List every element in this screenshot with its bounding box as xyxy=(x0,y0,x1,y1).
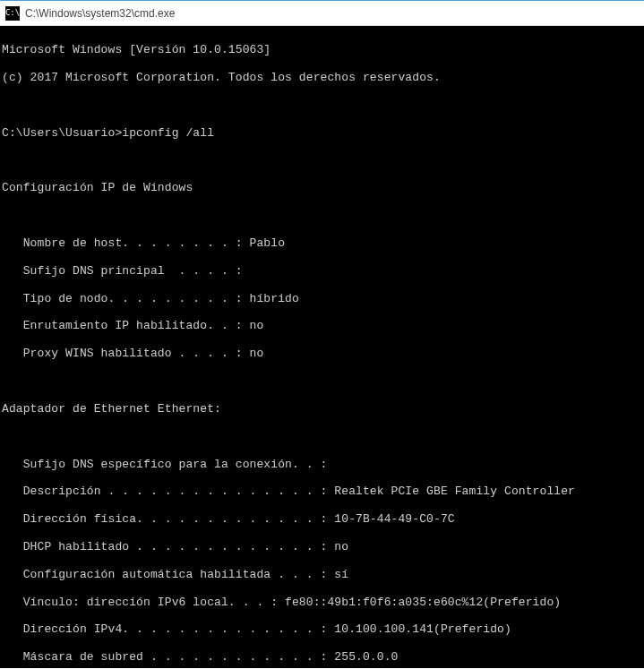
section-windows-ip: Configuración IP de Windows xyxy=(2,181,642,194)
eth-description: Descripción . . . . . . . . . . . . . . … xyxy=(2,485,642,498)
blank-line xyxy=(2,430,642,443)
cmd-icon-glyph: C:\ xyxy=(5,9,20,17)
banner-line1: Microsoft Windows [Versión 10.0.15063] xyxy=(2,43,642,56)
section-ethernet: Adaptador de Ethernet Ethernet: xyxy=(2,402,642,416)
eth-mask-a: Máscara de subred . . . . . . . . . . . … xyxy=(2,650,642,664)
banner-line2: (c) 2017 Microsoft Corporation. Todos lo… xyxy=(2,71,642,84)
dns-suffix-line: Sufijo DNS principal . . . . : xyxy=(2,264,642,278)
wins-proxy-line: Proxy WINS habilitado . . . . : no xyxy=(2,347,642,360)
blank-line xyxy=(2,209,642,222)
node-type-line: Tipo de nodo. . . . . . . . . : híbrido xyxy=(2,292,642,305)
console-output[interactable]: Microsoft Windows [Versión 10.0.15063] (… xyxy=(0,26,644,668)
hostname-line: Nombre de host. . . . . . . . : Pablo xyxy=(2,236,642,250)
window-titlebar[interactable]: C:\ C:\Windows\system32\cmd.exe xyxy=(0,1,644,26)
blank-line xyxy=(2,374,642,388)
eth-physical: Dirección física. . . . . . . . . . . . … xyxy=(2,512,642,526)
eth-ipv4-a: Dirección IPv4. . . . . . . . . . . . . … xyxy=(2,622,642,636)
eth-linklocal-v6: Vínculo: dirección IPv6 local. . . : fe8… xyxy=(2,596,642,609)
prompt-line: C:\Users\Usuario>ipconfig /all xyxy=(2,126,642,140)
eth-autoconfig: Configuración automática habilitada . . … xyxy=(2,568,642,581)
blank-line xyxy=(2,154,642,167)
blank-line xyxy=(2,99,642,112)
ip-routing-line: Enrutamiento IP habilitado. . : no xyxy=(2,319,642,332)
cmd-icon: C:\ xyxy=(5,6,20,21)
eth-dhcp: DHCP habilitado . . . . . . . . . . . . … xyxy=(2,540,642,553)
window-title: C:\Windows\system32\cmd.exe xyxy=(25,7,175,20)
eth-dns-suffix: Sufijo DNS específico para la conexión. … xyxy=(2,458,642,471)
